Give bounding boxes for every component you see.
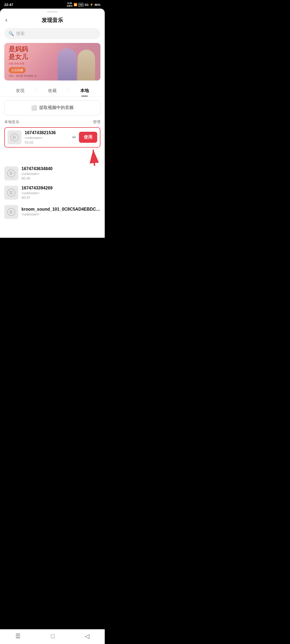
battery-level: 96% — [95, 3, 100, 6]
extract-icon: ⬜ — [31, 105, 37, 111]
search-icon: 🔍 — [9, 31, 14, 36]
tabs-row: 发现 收藏 本地 — [0, 85, 105, 97]
tiktok-icon-3 — [7, 189, 15, 197]
page-title: 发现音乐 — [42, 17, 63, 24]
tiktok-icon-2 — [7, 169, 15, 177]
music-thumb-3 — [4, 186, 18, 200]
tab-local[interactable]: 本地 — [68, 85, 100, 96]
music-item-4: kroom_sound_101_0C8C5AD4EBDC6... <unknow… — [4, 202, 100, 222]
extract-audio-button[interactable]: ⬜ 提取视频中的音频 — [4, 100, 100, 115]
banner-singer: 演唱：黄绮珊 希林娜依·高 — [9, 74, 48, 78]
music-thumb-2 — [4, 166, 18, 180]
music-actions-1: ✂ 使用 — [72, 132, 97, 143]
svg-line-2 — [93, 150, 95, 166]
page-header: ‹ 发现音乐 — [0, 14, 105, 28]
banner-song-info: 词曲 唐钱 倍蕾 — [9, 62, 48, 65]
drag-handle[interactable] — [0, 9, 105, 14]
music-title-1: 1674743821536 — [25, 130, 69, 135]
status-bar: 22:47 8.00 KB/S 📶 HD 5G ⚡ 96% — [0, 0, 105, 9]
music-artist-3: <unknown> — [21, 191, 100, 195]
hd-badge: HD — [78, 3, 84, 7]
tiktok-icon-4 — [7, 208, 15, 216]
banner-figures — [52, 43, 100, 80]
music-artist-4: <unknown> — [21, 212, 100, 216]
local-music-header: 本地音乐 管理 — [0, 120, 105, 127]
banner-action[interactable]: 点击拍摄 — [9, 67, 26, 73]
search-placeholder: 搜索 — [16, 31, 25, 36]
status-time: 22:47 — [4, 3, 13, 7]
music-thumb-1 — [8, 130, 21, 144]
figure-2 — [78, 50, 95, 80]
search-bar[interactable]: 🔍 搜索 — [4, 28, 100, 39]
signal-icon: 5G — [85, 3, 89, 6]
extract-label: 提取视频中的音频 — [39, 105, 74, 111]
music-title-3: 1674743394269 — [21, 186, 100, 191]
music-item-3: 1674743394269 <unknown> 00:37 — [4, 183, 100, 202]
svg-point-4 — [8, 189, 15, 196]
music-duration-3: 00:37 — [21, 196, 100, 200]
local-music-label: 本地音乐 — [4, 120, 19, 125]
banner-text: 是妈妈 是女儿 词曲 唐钱 倍蕾 点击拍摄 演唱：黄绮珊 希林娜依·高 — [4, 43, 52, 80]
data-speed: 8.00 KB/S — [67, 2, 73, 8]
music-info-1: 1674743821536 <unknown> 01:02 — [25, 130, 69, 144]
music-item-1: 1674743821536 <unknown> 01:02 ✂ 使用 — [4, 127, 100, 148]
music-info-4: kroom_sound_101_0C8C5AD4EBDC6... <unknow… — [21, 207, 100, 217]
main-sheet: ‹ 发现音乐 🔍 搜索 是妈妈 是女儿 词曲 唐钱 倍蕾 点击拍摄 演唱：黄绮珊… — [0, 9, 105, 238]
music-thumb-4 — [4, 205, 18, 219]
scissors-icon-1[interactable]: ✂ — [72, 134, 76, 140]
use-button-1[interactable]: 使用 — [79, 132, 97, 143]
red-arrow — [78, 144, 103, 169]
tab-favorites[interactable]: 收藏 — [37, 85, 68, 96]
music-artist-2: <unknown> — [21, 172, 100, 176]
tab-discover[interactable]: 发现 — [4, 85, 36, 96]
music-duration-1: 01:02 — [25, 140, 69, 144]
wifi-icon: 📶 — [74, 3, 77, 6]
battery-icon: ⚡ — [90, 3, 93, 6]
banner-line1: 是妈妈 是女儿 — [9, 45, 48, 61]
tiktok-icon-1 — [10, 133, 19, 141]
music-title-4: kroom_sound_101_0C8C5AD4EBDC6... — [21, 207, 100, 212]
svg-point-3 — [8, 170, 15, 177]
svg-point-0 — [11, 134, 18, 141]
drag-handle-bar — [47, 11, 58, 12]
music-list: 1674743821536 <unknown> 01:02 ✂ 使用 — [0, 127, 105, 222]
status-icons: 8.00 KB/S 📶 HD 5G ⚡ 96% — [67, 2, 100, 8]
music-info-3: 1674743394269 <unknown> 00:37 — [21, 186, 100, 200]
svg-point-5 — [8, 208, 15, 216]
back-button[interactable]: ‹ — [5, 17, 7, 24]
manage-button[interactable]: 管理 — [93, 120, 100, 125]
music-artist-1: <unknown> — [25, 136, 69, 140]
banner: 是妈妈 是女儿 词曲 唐钱 倍蕾 点击拍摄 演唱：黄绮珊 希林娜依·高 — [4, 43, 100, 80]
figure-1 — [58, 48, 77, 80]
music-duration-2: 00:35 — [21, 176, 100, 180]
